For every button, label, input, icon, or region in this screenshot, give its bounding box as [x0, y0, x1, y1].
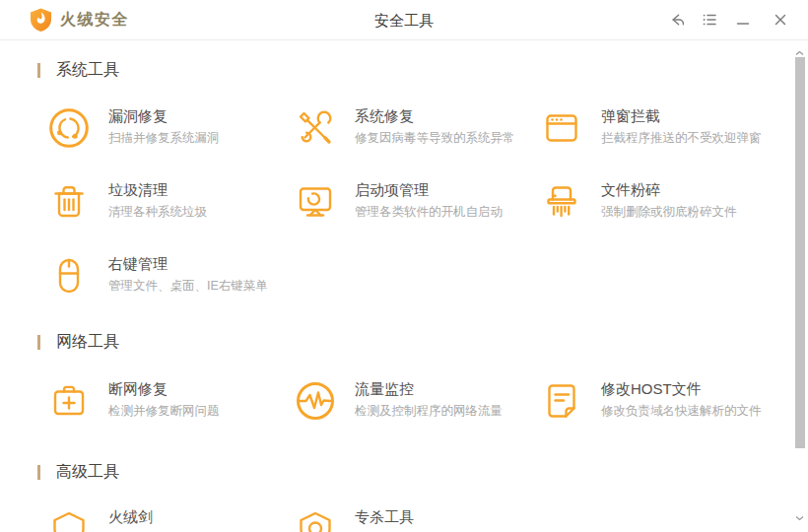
- section-bar: [37, 465, 40, 480]
- network-repair-icon: [47, 379, 91, 423]
- tool-desc: 管理文件、桌面、IE右键菜单: [108, 279, 268, 294]
- tool-name: 漏洞修复: [108, 107, 220, 124]
- section-header-network-tools: 网络工具: [37, 332, 119, 352]
- tool-name: 文件粉碎: [601, 181, 737, 198]
- host-file-icon: [540, 379, 583, 423]
- close-icon[interactable]: [771, 10, 790, 30]
- tool-desc: 检测及控制程序的网络流量: [355, 404, 503, 419]
- tool-desc: 拦截程序推送的不受欢迎弹窗: [601, 131, 762, 146]
- minimize-icon[interactable]: [733, 10, 753, 30]
- tool-item-huorong-sword[interactable]: 火绒剑: [47, 507, 289, 532]
- section-header-advanced-tools: 高级工具: [37, 462, 119, 482]
- tool-item-right-click-menu[interactable]: 右键管理 管理文件、桌面、IE右键菜单: [47, 254, 289, 298]
- tool-item-file-shredder[interactable]: 文件粉碎 强制删除或彻底粉碎文件: [540, 180, 781, 224]
- tool-item-junk-clean[interactable]: 垃圾清理 清理各种系统垃圾: [47, 180, 289, 224]
- scroll-down-icon[interactable]: [794, 514, 805, 522]
- tool-item-popup-block[interactable]: 弹窗拦截 拦截程序推送的不受欢迎弹窗: [540, 106, 781, 150]
- tool-item-host-file[interactable]: 修改HOST文件 修改负责域名快速解析的文件: [540, 379, 781, 423]
- app-brand: 火绒安全: [30, 8, 129, 33]
- tool-item-traffic-monitor[interactable]: 流量监控 检测及控制程序的网络流量: [294, 379, 535, 423]
- vulnerability-fix-icon: [47, 106, 91, 150]
- section-title: 网络工具: [56, 332, 119, 353]
- tool-item-vulnerability-fix[interactable]: 漏洞修复 扫描并修复系统漏洞: [47, 106, 289, 150]
- tool-name: 火绒剑: [108, 508, 153, 525]
- tool-desc: 检测并修复断网问题: [108, 404, 220, 419]
- special-kill-tool-icon: [294, 507, 337, 532]
- tool-desc: 扫描并修复系统漏洞: [108, 131, 220, 146]
- traffic-monitor-icon: [294, 379, 337, 423]
- system-repair-icon: [294, 106, 337, 150]
- tool-name: 弹窗拦截: [601, 107, 762, 124]
- section-bar: [37, 335, 40, 350]
- scroll-up-icon[interactable]: [794, 49, 805, 57]
- section-bar: [37, 63, 40, 78]
- tool-name: 流量监控: [355, 380, 503, 397]
- tool-name: 修改HOST文件: [601, 380, 762, 397]
- tool-desc: 清理各种系统垃圾: [108, 205, 207, 220]
- tool-item-special-kill-tool[interactable]: 专杀工具: [294, 507, 535, 532]
- tool-item-system-repair[interactable]: 系统修复 修复因病毒等导致的系统异常: [294, 106, 535, 150]
- huorong-logo-icon: [30, 8, 52, 33]
- titlebar: 火绒安全 安全工具: [0, 0, 808, 40]
- tool-desc: 修复因病毒等导致的系统异常: [355, 131, 515, 146]
- back-arrow-icon[interactable]: [665, 10, 685, 30]
- tool-name: 启动项管理: [355, 181, 503, 198]
- file-shredder-icon: [540, 180, 583, 224]
- popup-block-icon: [540, 106, 583, 150]
- section-header-system-tools: 系统工具: [37, 60, 119, 80]
- tool-name: 右键管理: [108, 255, 268, 272]
- section-title: 系统工具: [56, 60, 119, 81]
- section-title: 高级工具: [56, 462, 119, 483]
- right-click-menu-icon: [47, 254, 91, 298]
- huorong-sword-icon: [47, 507, 91, 532]
- tool-name: 垃圾清理: [108, 181, 207, 198]
- tool-item-network-repair[interactable]: 断网修复 检测并修复断网问题: [47, 379, 289, 423]
- tool-desc: 修改负责域名快速解析的文件: [601, 404, 762, 419]
- tool-name: 系统修复: [355, 107, 515, 124]
- task-list-icon[interactable]: [700, 10, 719, 30]
- app-name: 火绒安全: [60, 10, 129, 31]
- junk-clean-icon: [47, 180, 91, 224]
- tool-item-startup-manager[interactable]: 启动项管理 管理各类软件的开机自启动: [294, 180, 535, 224]
- startup-manager-icon: [294, 180, 337, 224]
- tool-name: 专杀工具: [355, 508, 414, 525]
- tool-name: 断网修复: [108, 380, 220, 397]
- scrollbar-thumb[interactable]: [795, 57, 805, 448]
- tool-desc: 强制删除或彻底粉碎文件: [601, 205, 737, 220]
- tool-desc: 管理各类软件的开机自启动: [355, 205, 503, 220]
